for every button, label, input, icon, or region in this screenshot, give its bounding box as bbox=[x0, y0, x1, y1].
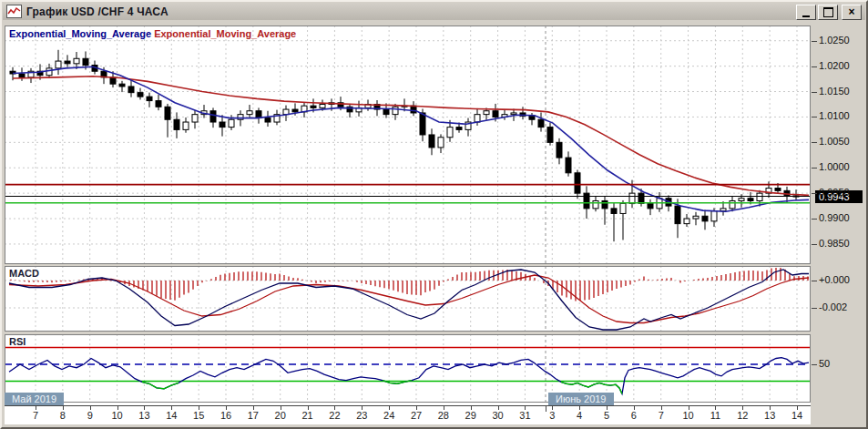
day-label: 17 bbox=[248, 410, 259, 421]
month-separator-tick bbox=[546, 406, 546, 412]
candle bbox=[447, 128, 453, 138]
time-axis-line bbox=[5, 405, 811, 406]
rsi-pane[interactable] bbox=[5, 334, 811, 403]
candle bbox=[247, 111, 252, 115]
day-tick bbox=[525, 406, 526, 410]
ema-slow-label: Exponential_Moving_Average bbox=[154, 28, 296, 39]
candle bbox=[174, 119, 179, 129]
macd-axis-label: -0.002 bbox=[819, 301, 847, 312]
candle bbox=[438, 138, 444, 148]
close-button[interactable]: × bbox=[842, 5, 862, 20]
day-label: 4 bbox=[577, 410, 582, 421]
candle bbox=[183, 122, 189, 129]
candle bbox=[83, 58, 88, 65]
candle bbox=[128, 87, 134, 93]
day-tick bbox=[171, 406, 172, 410]
candle bbox=[429, 135, 434, 148]
candle bbox=[757, 193, 762, 200]
rsi-axis-label: 50 bbox=[819, 358, 830, 369]
day-label: 7 bbox=[33, 410, 38, 421]
candle bbox=[46, 68, 52, 76]
window-controls: × bbox=[796, 5, 862, 20]
day-label: 16 bbox=[220, 410, 231, 421]
minimize-icon bbox=[802, 15, 810, 17]
day-tick bbox=[308, 406, 309, 410]
macd-label: MACD bbox=[9, 268, 39, 279]
day-label: 31 bbox=[519, 410, 530, 421]
macd-line bbox=[9, 270, 809, 330]
day-tick bbox=[144, 406, 145, 410]
price-axis-label: 1.0200 bbox=[819, 60, 850, 71]
candle bbox=[156, 101, 161, 107]
day-label: 5 bbox=[604, 410, 609, 421]
day-label: 3 bbox=[549, 410, 555, 421]
day-tick bbox=[579, 406, 580, 410]
day-tick bbox=[253, 406, 254, 410]
price-axis-label: 0.9900 bbox=[819, 212, 850, 223]
price-axis-label: 0.9950 bbox=[819, 187, 850, 198]
minimize-button[interactable] bbox=[796, 5, 816, 20]
day-label: 24 bbox=[383, 410, 394, 421]
day-label: 13 bbox=[138, 410, 149, 421]
day-label: 8 bbox=[60, 410, 66, 421]
day-tick bbox=[281, 406, 281, 410]
candle bbox=[730, 201, 735, 209]
day-label: 29 bbox=[465, 410, 476, 421]
candle bbox=[19, 74, 25, 77]
candle bbox=[74, 58, 79, 64]
candle bbox=[165, 107, 170, 119]
title-bar[interactable]: График USD /CHF 4 ЧАСА × bbox=[3, 3, 865, 20]
candle bbox=[56, 61, 61, 68]
candle bbox=[119, 84, 125, 87]
ema-slow-line bbox=[13, 77, 809, 196]
main-chart-pane[interactable] bbox=[5, 26, 811, 264]
candle bbox=[648, 203, 653, 209]
axis-tick bbox=[812, 193, 817, 194]
candle bbox=[320, 104, 325, 107]
candle bbox=[65, 61, 70, 64]
candle bbox=[411, 106, 416, 113]
candle bbox=[638, 193, 644, 203]
day-tick bbox=[389, 406, 390, 410]
candle bbox=[748, 199, 753, 201]
window-title: График USD /CHF 4 ЧАСА bbox=[26, 5, 168, 18]
candle bbox=[584, 193, 589, 209]
macd-pane[interactable] bbox=[5, 266, 811, 332]
axis-tick bbox=[812, 281, 817, 281]
axis-tick bbox=[812, 364, 817, 365]
axis-tick bbox=[812, 117, 817, 117]
day-tick bbox=[416, 406, 417, 410]
maximize-button[interactable] bbox=[818, 5, 838, 20]
day-tick bbox=[498, 406, 499, 410]
price-axis-label: 0.9850 bbox=[819, 238, 850, 249]
candle bbox=[475, 115, 480, 122]
day-label: 9 bbox=[87, 410, 93, 421]
month-badge-may: Май 2019 bbox=[5, 393, 64, 405]
axis-tick bbox=[812, 219, 817, 220]
day-label: 14 bbox=[166, 410, 177, 421]
candle bbox=[511, 113, 516, 115]
candle bbox=[693, 216, 699, 219]
day-tick bbox=[552, 406, 553, 410]
candle bbox=[210, 111, 216, 122]
candle bbox=[456, 128, 462, 130]
candle bbox=[711, 211, 717, 221]
candle bbox=[220, 122, 225, 128]
candle bbox=[138, 93, 143, 97]
day-label: 28 bbox=[438, 410, 449, 421]
day-label: 15 bbox=[193, 410, 204, 421]
day-label: 14 bbox=[791, 410, 802, 421]
day-tick bbox=[471, 406, 472, 410]
day-tick bbox=[770, 406, 771, 410]
day-tick bbox=[689, 406, 689, 410]
rsi-line bbox=[9, 358, 809, 394]
day-tick bbox=[797, 406, 798, 410]
axis-tick bbox=[812, 168, 817, 169]
candle bbox=[147, 97, 152, 100]
candle bbox=[675, 206, 680, 224]
day-label: 21 bbox=[301, 410, 312, 421]
day-tick bbox=[90, 406, 91, 410]
axis-tick bbox=[812, 66, 817, 67]
day-tick bbox=[334, 406, 335, 410]
price-axis-label: 1.0250 bbox=[819, 35, 850, 46]
